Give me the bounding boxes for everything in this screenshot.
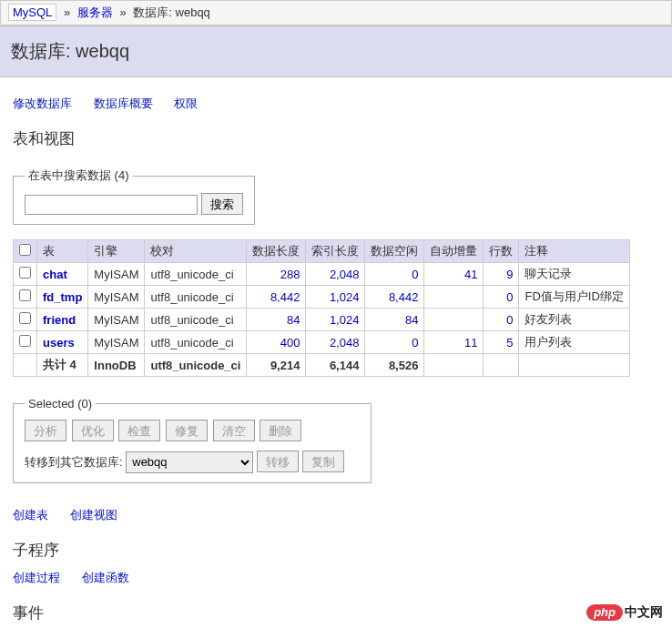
breadcrumb-server[interactable]: 服务器 bbox=[77, 5, 113, 19]
cell-data-free: 0 bbox=[365, 331, 424, 354]
site-logo: php中文网 bbox=[586, 604, 663, 621]
cell-comment: 好友列表 bbox=[519, 309, 629, 331]
cell-rows: 5 bbox=[484, 331, 519, 354]
tables-views-heading: 表和视图 bbox=[13, 128, 659, 149]
footer-data-len: 9,214 bbox=[247, 354, 306, 377]
footer-data-free: 8,526 bbox=[365, 354, 424, 377]
col-auto-incr: 自动增量 bbox=[424, 240, 484, 263]
col-table: 表 bbox=[37, 240, 88, 263]
table-name-link[interactable]: chat bbox=[43, 268, 67, 281]
table-name-link[interactable]: friend bbox=[43, 313, 76, 327]
events-heading: 事件 bbox=[13, 603, 659, 623]
footer-index-len: 6,144 bbox=[306, 354, 365, 377]
cell-collation: utf8_unicode_ci bbox=[145, 309, 247, 331]
routines-heading: 子程序 bbox=[13, 540, 659, 561]
search-legend: 在表中搜索数据 (4) bbox=[25, 167, 133, 184]
page-title: 数据库: webqq bbox=[11, 39, 661, 64]
col-collation: 校对 bbox=[145, 240, 247, 263]
cell-comment: 用户列表 bbox=[519, 331, 629, 354]
copy-button[interactable]: 复制 bbox=[302, 451, 344, 472]
cell-auto-incr: 11 bbox=[424, 331, 484, 354]
create-procedure-link[interactable]: 创建过程 bbox=[13, 571, 60, 584]
cell-rows: 0 bbox=[484, 309, 519, 331]
cell-data-len: 400 bbox=[247, 331, 306, 354]
logo-cn: 中文网 bbox=[625, 604, 663, 619]
cell-auto-incr bbox=[424, 286, 484, 309]
optimize-button[interactable]: 优化 bbox=[72, 420, 114, 441]
repair-button[interactable]: 修复 bbox=[166, 420, 208, 441]
row-checkbox[interactable] bbox=[19, 335, 31, 347]
cell-auto-incr: 41 bbox=[424, 263, 484, 286]
table-footer-row: 共计 4InnoDButf8_unicode_ci9,2146,1448,526 bbox=[14, 354, 630, 377]
cell-data-free: 84 bbox=[365, 309, 424, 331]
truncate-button[interactable]: 清空 bbox=[213, 420, 255, 441]
breadcrumb-mysql[interactable]: MySQL bbox=[8, 4, 56, 21]
cell-engine: MyISAM bbox=[88, 309, 145, 331]
row-checkbox[interactable] bbox=[19, 289, 31, 301]
top-links: 修改数据库 数据库概要 权限 bbox=[13, 96, 659, 112]
create-view-link[interactable]: 创建视图 bbox=[70, 508, 117, 522]
move-database-select[interactable]: webqq bbox=[126, 451, 253, 473]
breadcrumb-sep: » bbox=[119, 5, 126, 19]
cell-rows: 0 bbox=[484, 286, 519, 309]
cell-collation: utf8_unicode_ci bbox=[145, 263, 247, 286]
table-row: chatMyISAMutf8_unicode_ci2882,0480419聊天记… bbox=[14, 263, 630, 286]
cell-index-len: 1,024 bbox=[306, 309, 365, 331]
move-button[interactable]: 转移 bbox=[257, 451, 299, 472]
cell-data-free: 0 bbox=[365, 263, 424, 286]
col-rows: 行数 bbox=[484, 240, 519, 263]
cell-data-free: 8,442 bbox=[365, 286, 424, 309]
drop-button[interactable]: 删除 bbox=[260, 420, 301, 441]
tables-list: 表 引擎 校对 数据长度 索引长度 数据空闲 自动增量 行数 注释 chatMy… bbox=[13, 239, 630, 377]
table-row: fd_tmpMyISAMutf8_unicode_ci8,4421,0248,4… bbox=[14, 286, 630, 309]
col-comment: 注释 bbox=[519, 240, 629, 263]
alter-database-link[interactable]: 修改数据库 bbox=[13, 96, 72, 110]
analyze-button[interactable]: 分析 bbox=[25, 420, 66, 441]
col-index-len: 索引长度 bbox=[306, 240, 365, 263]
select-all-checkbox[interactable] bbox=[19, 244, 31, 256]
cell-collation: utf8_unicode_ci bbox=[145, 286, 247, 309]
search-input[interactable] bbox=[25, 195, 198, 215]
search-button[interactable]: 搜索 bbox=[201, 193, 243, 215]
check-button[interactable]: 检查 bbox=[118, 420, 160, 441]
cell-engine: MyISAM bbox=[88, 331, 145, 354]
breadcrumb: MySQL » 服务器 » 数据库: webqq bbox=[0, 0, 672, 25]
col-engine: 引擎 bbox=[88, 240, 145, 263]
cell-index-len: 1,024 bbox=[306, 286, 365, 309]
logo-php: php bbox=[586, 604, 623, 621]
database-schema-link[interactable]: 数据库概要 bbox=[94, 96, 153, 110]
table-name-link[interactable]: fd_tmp bbox=[43, 290, 82, 304]
breadcrumb-database: 数据库: webqq bbox=[133, 5, 210, 19]
cell-data-len: 84 bbox=[247, 309, 306, 331]
cell-comment: FD值与用户ID绑定 bbox=[519, 286, 629, 309]
footer-collation: utf8_unicode_ci bbox=[145, 354, 247, 377]
cell-comment: 聊天记录 bbox=[519, 263, 629, 286]
row-checkbox[interactable] bbox=[19, 312, 31, 324]
create-table-link[interactable]: 创建表 bbox=[13, 508, 48, 522]
cell-engine: MyISAM bbox=[88, 286, 145, 309]
cell-index-len: 2,048 bbox=[306, 263, 365, 286]
row-checkbox[interactable] bbox=[19, 267, 31, 279]
table-row: friendMyISAMutf8_unicode_ci841,024840好友列… bbox=[14, 309, 630, 331]
cell-data-len: 8,442 bbox=[247, 286, 306, 309]
move-label: 转移到其它数据库: bbox=[25, 455, 123, 469]
cell-auto-incr bbox=[424, 309, 484, 331]
cell-engine: MyISAM bbox=[88, 263, 145, 286]
table-name-link[interactable]: users bbox=[43, 336, 75, 349]
selected-fieldset: Selected (0) 分析 优化 检查 修复 清空 删除 转移到其它数据库:… bbox=[13, 397, 372, 483]
create-function-link[interactable]: 创建函数 bbox=[82, 571, 129, 584]
cell-index-len: 2,048 bbox=[306, 331, 365, 354]
col-data-len: 数据长度 bbox=[247, 240, 306, 263]
col-data-free: 数据空闲 bbox=[365, 240, 424, 263]
footer-engine: InnoDB bbox=[88, 354, 145, 377]
breadcrumb-sep: » bbox=[64, 5, 70, 19]
selected-legend: Selected (0) bbox=[25, 397, 96, 410]
table-row: usersMyISAMutf8_unicode_ci4002,0480115用户… bbox=[14, 331, 630, 354]
cell-rows: 9 bbox=[484, 263, 519, 286]
privileges-link[interactable]: 权限 bbox=[174, 96, 198, 110]
footer-label: 共计 4 bbox=[37, 354, 88, 377]
cell-data-len: 288 bbox=[247, 263, 306, 286]
cell-collation: utf8_unicode_ci bbox=[145, 331, 247, 354]
select-all-header bbox=[14, 240, 37, 263]
search-fieldset: 在表中搜索数据 (4) 搜索 bbox=[13, 167, 255, 225]
